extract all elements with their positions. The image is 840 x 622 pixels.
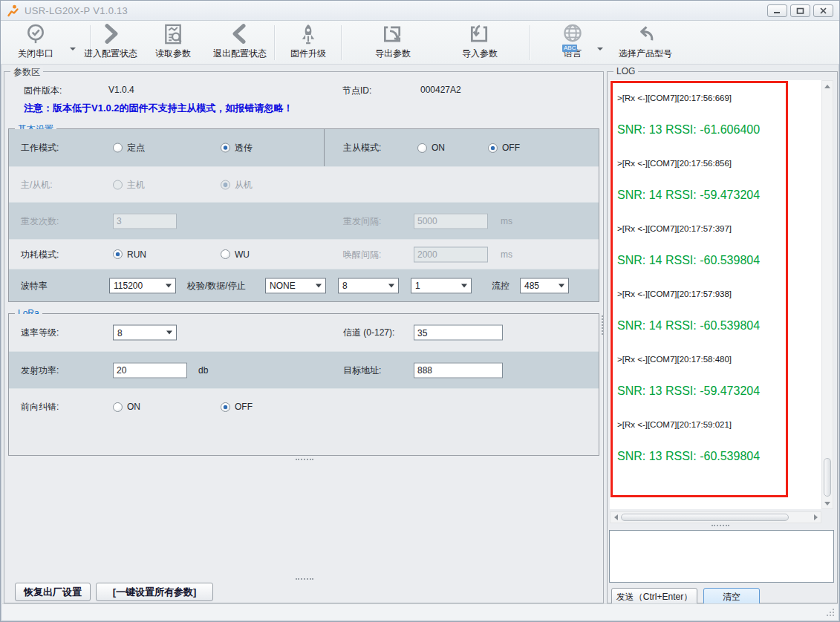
- import-icon: [467, 23, 492, 46]
- log-line: >[Rx <-][COM7][20:17:59:021]: [617, 420, 781, 429]
- vertical-scroll-thumb[interactable]: [824, 458, 831, 497]
- radio-work-mode-transparent[interactable]: 透传: [221, 142, 253, 154]
- log-line: SNR: 14 RSSI: -60.539804: [617, 254, 781, 267]
- log-view[interactable]: >[Rx <-][COM7][20:17:56:669] SNR: 13 RSS…: [610, 80, 821, 509]
- horizontal-scroll-thumb[interactable]: [621, 514, 789, 521]
- fec-label: 前向纠错:: [21, 401, 59, 413]
- toolbar-button-exit-config[interactable]: 退出配置状态: [210, 23, 270, 62]
- chevron-down-icon: [70, 48, 76, 50]
- chevron-down-icon: [388, 284, 394, 287]
- rate-value: 8: [117, 327, 123, 338]
- log-line: >[Rx <-][COM7][20:17:58:480]: [617, 355, 781, 364]
- scroll-left-button[interactable]: [611, 512, 621, 523]
- radio-ms-mode-off[interactable]: OFF: [488, 143, 520, 153]
- stop-bits-select[interactable]: 1: [411, 278, 472, 293]
- log-highlight-box: >[Rx <-][COM7][20:17:56:669] SNR: 13 RSS…: [611, 81, 788, 497]
- scroll-down-button[interactable]: [822, 498, 833, 508]
- radio-fec-on[interactable]: ON: [113, 402, 140, 412]
- restore-factory-button[interactable]: 恢复出厂设置: [15, 583, 91, 601]
- radio-fec-off[interactable]: OFF: [221, 402, 253, 412]
- toolbar-separator: [341, 25, 342, 60]
- parity-select[interactable]: NONE: [265, 278, 326, 293]
- toolbar-button-enter-config[interactable]: 进入配置状态: [81, 23, 140, 62]
- log-group-title: LOG: [613, 66, 638, 76]
- tx-power-unit: db: [198, 365, 208, 376]
- toolbar-label: 进入配置状态: [84, 48, 137, 60]
- maximize-icon: [796, 7, 804, 14]
- minimize-button[interactable]: [767, 4, 787, 17]
- chevron-down-icon: [166, 331, 172, 335]
- log-horizontal-scrollbar[interactable]: [610, 511, 821, 523]
- tx-power-label: 发射功率:: [21, 364, 59, 376]
- parity-label: 校验/数据/停止: [187, 279, 246, 292]
- log-line: >[Rx <-][COM7][20:17:57:397]: [617, 224, 781, 233]
- radio-ms-mode-on[interactable]: ON: [417, 143, 445, 153]
- master-slave-label: 主/从机:: [21, 178, 53, 191]
- panel-splitter-handle[interactable]: [602, 315, 603, 335]
- radio-slave: 从机: [221, 178, 253, 191]
- channel-input[interactable]: [414, 325, 503, 341]
- radio-icon: [113, 180, 123, 189]
- maximize-button[interactable]: [790, 4, 810, 17]
- radio-label: WU: [235, 249, 250, 260]
- log-line: SNR: 14 RSSI: -59.473204: [617, 189, 781, 202]
- close-icon: [819, 7, 827, 14]
- log-line: >[Rx <-][COM7][20:17:56:856]: [617, 159, 781, 168]
- toolbar-button-read-params[interactable]: 读取参数: [152, 23, 194, 62]
- toolbar-button-close-serial[interactable]: 关闭串口: [10, 23, 62, 62]
- chevron-right-icon: [100, 23, 122, 46]
- toolbar-button-language[interactable]: ABC 语言: [556, 23, 589, 62]
- data-bits-select[interactable]: 8: [338, 278, 399, 293]
- minimize-icon: [773, 7, 781, 14]
- splitter-handle[interactable]: [296, 578, 313, 580]
- scroll-up-button[interactable]: [822, 81, 833, 91]
- title-bar[interactable]: USR-LG20X-P V1.0.13: [1, 1, 839, 21]
- rate-select[interactable]: 8: [113, 325, 177, 341]
- radio-checked-icon: [113, 249, 123, 259]
- close-serial-dropdown[interactable]: [68, 34, 78, 64]
- toolbar-button-firmware-upgrade[interactable]: 固件升级: [287, 23, 330, 62]
- row-power-mode: 功耗模式: RUN WU 唤醒间隔: ms: [9, 239, 599, 269]
- radio-work-mode-fixed[interactable]: 定点: [113, 142, 145, 154]
- basic-settings-box: 基本设置 工作模式: 定点 透传 主从模式: ON OFF 主/: [8, 128, 599, 302]
- radio-label: ON: [127, 402, 140, 412]
- target-addr-input[interactable]: [414, 362, 503, 378]
- send-input[interactable]: [609, 530, 834, 583]
- splitter-handle[interactable]: [712, 525, 729, 526]
- triangle-up-icon: [824, 85, 830, 88]
- flow-value: 485: [524, 281, 539, 291]
- set-all-params-button[interactable]: [一键设置所有参数]: [96, 583, 213, 601]
- toolbar-button-export-params[interactable]: 导出参数: [372, 23, 414, 62]
- toolbar-label: 退出配置状态: [213, 48, 267, 60]
- radio-power-run[interactable]: RUN: [113, 249, 146, 260]
- radio-power-wu[interactable]: WU: [221, 249, 250, 260]
- resize-grip-icon[interactable]: [825, 607, 834, 616]
- baud-select[interactable]: 115200: [109, 278, 176, 293]
- language-dropdown[interactable]: [595, 34, 605, 64]
- baud-label: 波特率: [21, 279, 48, 292]
- flow-select[interactable]: 485: [520, 278, 569, 293]
- rocket-icon: [297, 23, 319, 46]
- splitter-handle[interactable]: [296, 459, 313, 460]
- master-slave-mode-label: 主从模式:: [343, 142, 381, 154]
- column-divider: [324, 129, 325, 166]
- toolbar-label: 选择产品型号: [619, 48, 672, 60]
- toolbar-label: 导出参数: [375, 48, 411, 60]
- toolbar-button-select-model[interactable]: 选择产品型号: [611, 23, 680, 62]
- log-vertical-scrollbar[interactable]: [821, 80, 833, 509]
- target-addr-label: 目标地址:: [343, 364, 381, 376]
- log-line: SNR: 13 RSSI: -60.539804: [617, 450, 781, 463]
- toolbar-label: 读取参数: [155, 48, 191, 60]
- resend-interval-label: 重发间隔:: [343, 215, 381, 227]
- row-tx-power: 发射功率: db 目标地址:: [9, 351, 599, 388]
- firmware-version-value: V1.0.4: [108, 85, 134, 95]
- scroll-right-button[interactable]: [810, 512, 821, 523]
- chevron-down-icon: [166, 284, 172, 287]
- toolbar-button-import-params[interactable]: 导入参数: [459, 23, 501, 62]
- radio-icon: [417, 143, 427, 153]
- close-button[interactable]: [813, 4, 833, 17]
- app-window: USR-LG20X-P V1.0.13 关闭串口: [0, 0, 840, 622]
- chevron-left-icon: [229, 23, 251, 46]
- radio-icon: [113, 402, 123, 412]
- tx-power-input[interactable]: [113, 362, 187, 378]
